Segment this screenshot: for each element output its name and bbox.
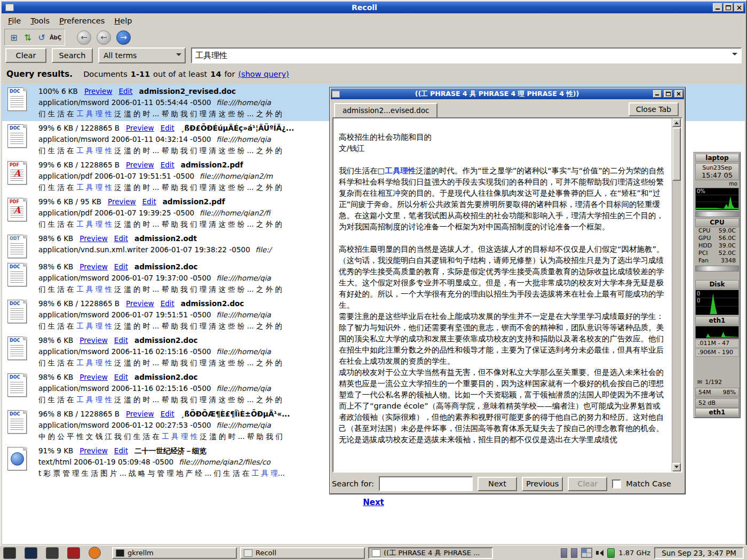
preview-text-area[interactable]: 高校招生的社会功能和目的文/钱江 我们生活在□工具理性泛滥的时代。作为“世之显学… [332,117,682,473]
find-clear-button[interactable]: Clear [568,477,607,491]
menu-tools[interactable]: Tools [26,15,54,27]
tray-icon-2[interactable] [571,548,577,558]
query-input[interactable] [192,50,741,61]
sensor-row: PCI52.0C [695,250,739,257]
preview-link[interactable]: Preview [126,410,154,418]
result-url: file:///home/qia [217,135,271,143]
edit-link[interactable]: Edit [118,87,132,95]
taskbar-task-gkrellm[interactable]: gkrellm [112,547,237,559]
desktop: Recoll FileToolsPreferencesHelp ⊞⇅↺ÂbÇ ←… [0,0,747,560]
edit-link[interactable]: Edit [114,373,128,381]
terminal-icon[interactable] [25,547,37,559]
preview-link[interactable]: Preview [80,262,108,271]
page-fold [23,198,27,202]
preview-link[interactable]: Preview [84,87,113,95]
scroll-up-icon[interactable] [672,118,681,127]
doc-file-icon: DOC [7,263,27,286]
result-url: file:///home/qia [217,310,271,319]
sort-parameters-icon[interactable]: ⇅ [21,30,35,44]
prev-page-icon[interactable]: ← [97,30,111,45]
scrollbar-thumb[interactable] [672,127,681,181]
preview-link[interactable]: Preview [126,161,154,169]
package-manager-icon[interactable] [67,547,80,559]
odt-file-icon: ODT [7,235,27,258]
term-explorer-icon[interactable]: ÂbÇ [49,30,62,44]
table-tool-icon[interactable]: ⊞ [7,30,21,44]
recoll-titlebar[interactable]: Recoll [2,2,745,13]
results-title: Query results. [6,69,73,79]
preview-close-button[interactable] [674,90,683,98]
preview-maximize-button[interactable] [664,90,672,98]
net-tx-stat: .906M - 190 [695,348,739,357]
highlighted-term: 工具理性 [385,166,416,175]
menu-help[interactable]: Help [109,15,137,27]
find-input[interactable] [379,476,473,491]
preview-link[interactable]: Preview [80,336,108,345]
edit-link[interactable]: Edit [161,124,174,132]
file-manager-icon[interactable] [46,547,59,559]
tray-icon-1[interactable] [561,548,567,558]
edit-link[interactable]: Edit [142,197,156,206]
first-page-icon[interactable]: ← [77,30,91,45]
nav-group: ←←→ [77,30,131,45]
edit-link[interactable]: Edit [114,262,128,271]
close-button[interactable] [734,3,744,12]
edit-link[interactable]: Edit [161,299,174,308]
edit-link[interactable]: Edit [114,234,128,243]
match-case-checkbox[interactable] [612,479,621,489]
result-mimetype-date: application/msword 2006-11-16 02:15:16 -… [38,347,211,356]
memory-percent: 98% [723,388,736,397]
preview-link[interactable]: Preview [80,234,108,243]
edit-link[interactable]: Edit [114,446,128,455]
pdf-file-icon: PDFA [7,198,27,221]
show-query-link[interactable]: (show query) [238,70,289,78]
preview-link[interactable]: Preview [126,124,154,132]
preview-link[interactable]: Preview [108,197,136,206]
edit-link[interactable]: Edit [161,161,174,169]
minimize-button[interactable] [713,3,722,12]
preview-minimize-button[interactable] [653,90,662,98]
close-tab-button[interactable]: Close Tab [629,102,679,116]
edit-link[interactable]: Edit [114,336,128,345]
menu-preferences[interactable]: Preferences [54,15,109,27]
task-label: Recoll [256,549,276,557]
taskbar-task-recoll[interactable]: Recoll [240,547,365,559]
clear-button[interactable]: Clear [5,48,46,63]
window-manager-icon[interactable] [3,547,16,559]
pdf-file-icon: PDFA [7,161,27,185]
page-fold [23,161,27,165]
next-page-icon[interactable]: → [116,30,131,45]
workspace-pager[interactable] [581,548,592,558]
snippet-match: 工 具 理 性 [76,395,112,404]
doc-file-icon: DOC [7,410,27,434]
preview-link[interactable]: Preview [126,299,154,308]
volume-icon[interactable] [596,550,603,556]
taskbar-task-preview[interactable]: ((工 PHRASE 4 具 PHRASE ... [368,547,493,559]
preview-tab[interactable]: admission2...evised.doc [334,103,438,117]
next-link-row: Next [2,498,745,507]
result-relevance: 98% 6 KB [38,373,73,381]
history-icon[interactable]: ↺ [35,30,49,44]
result-relevance: 100% 6 KB [38,87,78,95]
firefox-icon[interactable] [89,547,101,559]
menu-file[interactable]: File [3,15,26,27]
find-next-button[interactable]: Next [478,477,517,491]
search-button[interactable]: Search [52,48,93,63]
maximize-button[interactable] [724,3,733,12]
next-page-link[interactable]: Next [363,498,384,507]
page-fold [23,300,27,303]
query-history-arrow-icon[interactable] [732,53,737,58]
result-mimetype-date: application/pdf 2006-01-07 19:39:25 -050… [38,209,194,217]
scroll-down-icon[interactable] [672,463,681,471]
edit-link[interactable]: Edit [161,410,174,418]
preview-link[interactable]: Preview [80,373,108,381]
preview-link[interactable]: Preview [80,446,108,455]
preview-scrollbar[interactable] [672,118,681,471]
result-filename: ¸ßÖÐÖÆ¶È£¶ÏìÈ±ÖÐµÄ¹«... [181,410,290,418]
mail-row: ✉ 1/192 [695,378,739,387]
mail-icon: ✉ [697,378,702,387]
system-tray: 1.87 GHz Sun Sep 23, 3:47 PM [561,547,744,559]
preview-titlebar[interactable]: ((工 PHRASE 4 具 PHRASE 4 理 PHRASE 4 性)) [331,89,684,99]
search-mode-select[interactable]: All terms [98,47,186,63]
find-previous-button[interactable]: Previous [522,477,563,491]
